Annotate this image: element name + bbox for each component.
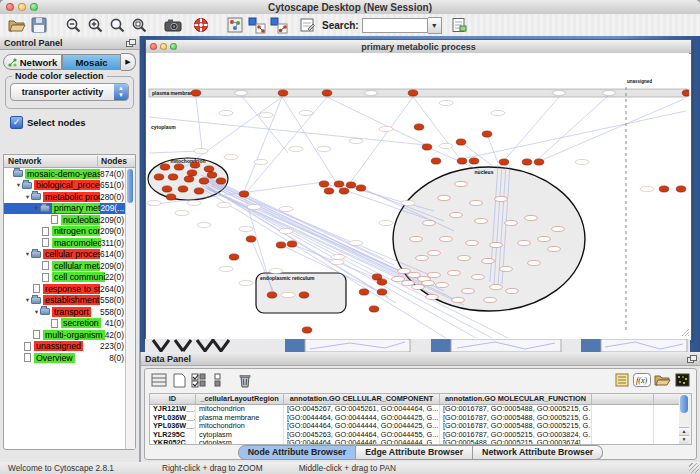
tree-item-count: 614(0) xyxy=(100,249,126,259)
new-attribute-button[interactable] xyxy=(169,371,189,389)
tree-scrollbar[interactable] xyxy=(125,168,135,449)
tree-item[interactable]: unassigned223(0) xyxy=(4,341,126,353)
tab-node-attribute-browser[interactable]: Node Attribute Browser xyxy=(238,445,356,460)
zoom-out-button[interactable] xyxy=(62,15,84,35)
tree-item[interactable]: ▼metabolic process280(0) xyxy=(4,191,126,203)
tree-scrollbar-thumb[interactable] xyxy=(127,169,133,203)
column-header[interactable]: _cellularLayoutRegion xyxy=(196,394,284,404)
vizmapper-button[interactable] xyxy=(224,15,246,35)
tab-network-attribute-browser[interactable]: Network Attribute Browser xyxy=(473,445,603,460)
attribute-table[interactable]: ID_cellularLayoutRegionannotation.GO CEL… xyxy=(149,393,680,445)
open-session-button[interactable] xyxy=(6,15,28,35)
save-session-button[interactable] xyxy=(28,15,50,35)
zoom-fit-button[interactable] xyxy=(106,15,128,35)
tree-item[interactable]: ▼cellular process614(0) xyxy=(4,249,126,261)
tab-mosaic[interactable]: Mosaic xyxy=(62,54,121,70)
zoom-selected-button[interactable] xyxy=(128,15,150,35)
snapshot-button[interactable] xyxy=(162,15,184,35)
tree-item[interactable]: response to stimulu264(0) xyxy=(4,283,126,295)
node-color-select[interactable]: transporter activity ▲▼ xyxy=(10,83,129,101)
tree-item-count: 8(0) xyxy=(109,353,126,363)
table-row[interactable]: YPL036W__1mitochondrion[GO:0044464, GO:0… xyxy=(150,422,679,431)
page-icon xyxy=(24,342,31,351)
tree-item-label: nucleobase- xyxy=(61,215,100,225)
table-cell: YLR295C xyxy=(150,431,196,440)
tree-item[interactable]: ▼establishment of lo558(0) xyxy=(4,295,126,307)
delete-attribute-button[interactable] xyxy=(235,371,255,389)
table-cell xyxy=(592,405,654,414)
data-panel-toolbar: f(x) xyxy=(145,369,696,391)
tree-item[interactable]: ▼biological_process651(0) xyxy=(4,180,126,192)
page-icon xyxy=(42,238,49,247)
search-dropdown-arrow[interactable]: ▼ xyxy=(428,17,442,34)
tree-item-count: 41(0) xyxy=(105,318,126,328)
tree-col-network[interactable]: Network xyxy=(4,156,98,166)
network-window-titlebar[interactable]: primary metabolic process xyxy=(146,40,691,54)
edit-network-delete-button[interactable] xyxy=(268,15,290,35)
tree-item[interactable]: multi-organism pro42(0) xyxy=(4,329,126,341)
tree-item-count: 651(0) xyxy=(100,180,126,190)
control-panel-tabs: Network Mosaic ▶ xyxy=(3,54,136,70)
network-graph[interactable]: plasma membranecytoplasmunassignedmitoch… xyxy=(146,53,689,338)
table-row[interactable]: YJR121W__1mitochondrion[GO:0045267, GO:0… xyxy=(150,405,679,414)
unselect-attributes-button[interactable] xyxy=(209,371,229,389)
table-cell: [GO:0016787, GO:0005488, GO:0005215, G..… xyxy=(440,422,592,431)
save-floppy-icon xyxy=(31,17,47,33)
tree-item[interactable]: cellular metabo209(0) xyxy=(4,260,126,272)
search-input[interactable] xyxy=(362,18,428,33)
tree-item[interactable]: macromolecule311(0) xyxy=(4,237,126,249)
table-cell: [GO:0016787, GO:0005488, GO:0005215, G..… xyxy=(440,405,592,414)
folder-icon xyxy=(31,193,41,200)
column-header[interactable] xyxy=(592,394,654,404)
column-header[interactable]: annotation.GO CELLULAR_COMPONENT xyxy=(284,394,440,404)
tree-item-count: 280(0) xyxy=(100,192,126,202)
tree-item[interactable]: Overview8(0) xyxy=(4,352,126,364)
data-panel-title: Data Panel xyxy=(145,354,191,364)
tab-mosaic-label: Mosaic xyxy=(75,57,107,68)
tree-header: Network Nodes xyxy=(4,155,135,168)
combo-stepper-icon: ▲▼ xyxy=(114,84,128,100)
tab-network[interactable]: Network xyxy=(3,54,62,70)
tree-item-label: primary metabo xyxy=(52,203,100,213)
tree-item-label: multi-organism pro xyxy=(43,330,105,340)
tree-item[interactable]: mosaic-demo-yeast874(0) xyxy=(4,168,126,180)
tree-item[interactable]: ▼transport558(0) xyxy=(4,306,126,318)
column-header[interactable]: ID xyxy=(150,394,196,404)
matrix-button[interactable] xyxy=(672,371,692,389)
table-mode-button[interactable] xyxy=(149,371,169,389)
table-scrollbar-thumb[interactable] xyxy=(680,395,688,413)
search-config-button[interactable] xyxy=(448,15,470,35)
page-icon xyxy=(51,215,58,224)
table-scrollbar[interactable]: ▲ ▼ xyxy=(679,393,692,445)
annotation-button[interactable] xyxy=(296,15,318,35)
tab-overflow-arrow[interactable]: ▶ xyxy=(121,53,136,71)
table-row[interactable]: YLR295Ccytoplasm[GO:0045263, GO:0044464,… xyxy=(150,431,679,440)
table-cell: [GO:0016787, GO:0005488, GO:0005215, G..… xyxy=(440,414,592,423)
edit-network-add-button[interactable] xyxy=(246,15,268,35)
table-row[interactable]: YPL036W__2plasma membrane[GO:0044464, GO… xyxy=(150,414,679,423)
import-attributes-button[interactable] xyxy=(652,371,672,389)
select-nodes-checkbox[interactable]: ✓ xyxy=(10,116,23,129)
float-data-panel-icon[interactable] xyxy=(687,355,696,363)
tree-item[interactable]: nucleobase-209(0) xyxy=(4,214,126,226)
tree-col-nodes[interactable]: Nodes xyxy=(98,156,135,166)
unselect-attributes-icon xyxy=(213,373,225,388)
help-button[interactable] xyxy=(190,15,212,35)
network-canvas[interactable]: plasma membranecytoplasmunassignedmitoch… xyxy=(146,53,689,338)
select-attributes-button[interactable] xyxy=(189,371,209,389)
column-header[interactable]: annotation.GO MOLECULAR_FUNCTION xyxy=(440,394,592,404)
table-cell: YJR121W__1 xyxy=(150,405,196,414)
zoom-in-button[interactable] xyxy=(84,15,106,35)
scroll-down-arrow[interactable]: ▼ xyxy=(679,435,689,444)
float-panel-icon[interactable] xyxy=(126,39,135,47)
notes-button[interactable] xyxy=(612,371,632,389)
tree-item[interactable]: nitrogen compo209(0) xyxy=(4,226,126,238)
attr-table-header: ID_cellularLayoutRegionannotation.GO CEL… xyxy=(150,394,679,405)
tree-item-count: 22(0) xyxy=(105,272,126,282)
tree-item[interactable]: cell communicat22(0) xyxy=(4,272,126,284)
tree-item[interactable]: ▼primary metabo209(... xyxy=(4,203,126,215)
function-builder-button[interactable]: f(x) xyxy=(632,371,652,389)
resize-grip[interactable] xyxy=(689,463,699,473)
tree-item[interactable]: secretion41(0) xyxy=(4,318,126,330)
tab-edge-attribute-browser[interactable]: Edge Attribute Browser xyxy=(356,445,473,460)
